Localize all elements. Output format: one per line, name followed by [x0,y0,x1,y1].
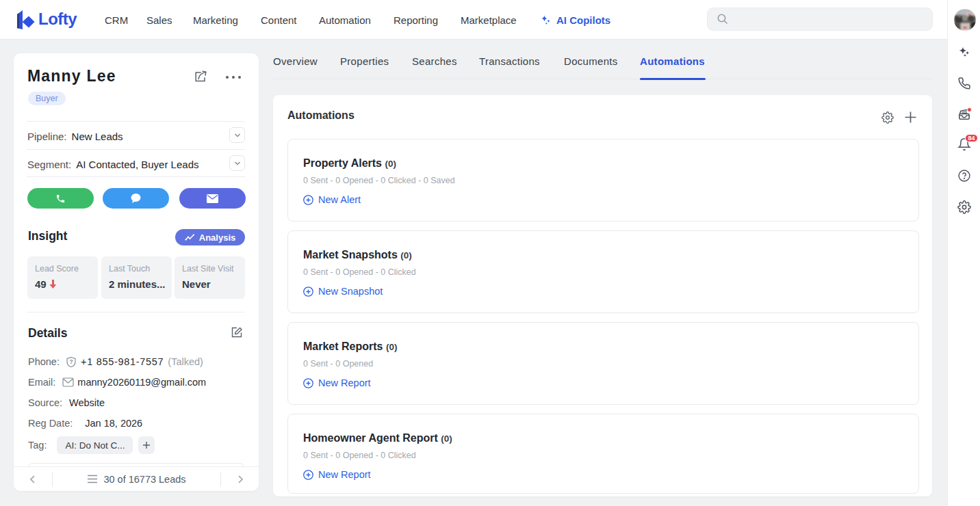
svg-text:?: ? [69,358,73,364]
